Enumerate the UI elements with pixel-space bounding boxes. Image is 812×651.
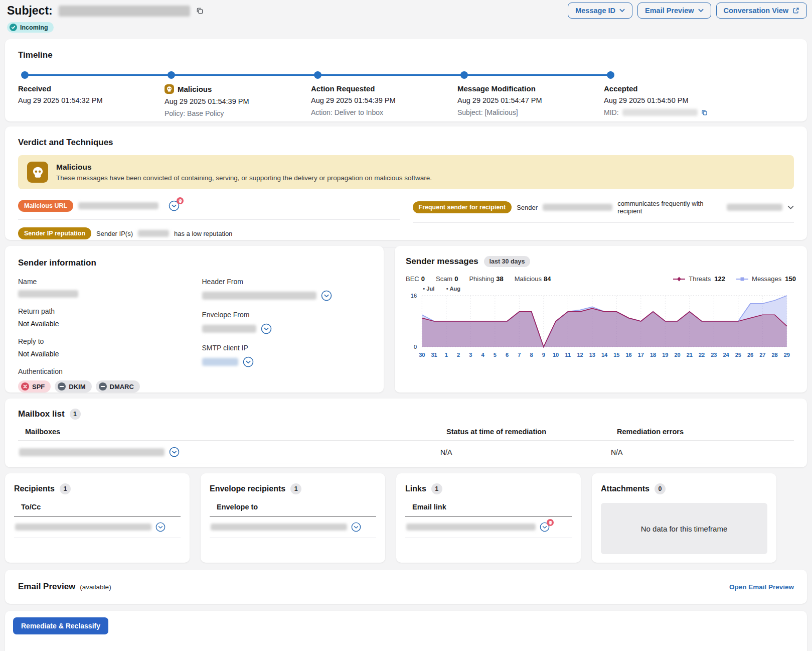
link-row [405,516,572,538]
x-axis-tick: 20 [674,352,680,358]
redacted-envelope-recipient [211,524,347,531]
expand-smtp-ip-button[interactable] [243,356,254,367]
recipients-title: Recipients [14,484,55,493]
milestone-action-requested: Action Requested Aug 29 2025 01:54:39 PM… [311,71,457,117]
direction-badge: Incoming [7,22,54,33]
x-axis-tick: 1 [445,352,448,358]
x-axis-tick: 29 [784,352,790,358]
email-preview-button[interactable]: Email Preview [637,3,711,19]
timeframe-badge: last 30 days [484,256,531,267]
x-axis-tick: 4 [481,352,484,358]
x-axis-tick: 2 [457,352,460,358]
milestone-message-modification: Message Modification Aug 29 2025 01:54:4… [457,71,604,117]
timeline-dot [460,71,468,79]
skull-icon [165,84,174,94]
x-axis-tick: 3 [469,352,472,358]
x-axis-tick: 23 [711,352,717,358]
x-axis-tick: 27 [759,352,765,358]
redacted-recipient [15,524,151,531]
x-axis-tick: 9 [542,352,545,358]
x-axis-tick: 11 [565,352,571,358]
attachments-count-badge: 0 [655,483,666,494]
x-axis-tick: 15 [613,352,619,358]
redacted-header-from [202,292,316,300]
copy-subject-button[interactable] [196,7,204,15]
mailbox-list-section: Mailbox list 1 Mailboxes Status at time … [5,399,807,467]
spf-auth-badge: SPF [18,380,51,393]
malicious-skull-badge-icon [547,519,554,526]
x-axis-tick: 28 [771,352,777,358]
x-axis-tick: 7 [518,352,521,358]
timeline-dot [607,71,614,79]
stat-bec: BEC0 [406,275,425,283]
month-marker: • Jul [423,286,434,292]
envelope-recipients-count-badge: 1 [290,483,301,494]
attachments-section: Attachments 0 No data for this timeframe [592,473,776,563]
chevron-down-circle-icon [351,522,361,532]
techniques-right-column: Frequent sender for recipient Sender com… [413,192,794,247]
timeline-section: Timeline Received Aug 29 2025 01:54:32 P… [5,39,807,121]
expand-mailbox-button[interactable] [169,447,180,457]
page-title: Subject: [7,4,53,18]
attachments-empty-state: No data for this timeframe [601,503,767,554]
timeline-track: Received Aug 29 2025 01:54:32 PM Malicio… [18,71,794,117]
envelope-recipients-section: Envelope recipients 1 Envelope to [201,473,385,563]
skull-icon [27,162,48,183]
expand-recipient-button[interactable] [155,522,166,532]
links-section: Links 1 Email link [396,473,581,563]
x-axis-tick: 8 [530,352,533,358]
envelope-to-column-header: Envelope to [210,503,376,516]
check-circle-icon [10,24,17,31]
x-axis-tick: 21 [687,352,693,358]
chevron-down-circle-icon [243,356,254,367]
chevron-down-circle-icon [155,522,166,532]
technique-malicious-url: Malicious URL [18,192,400,220]
attachments-title: Attachments [601,484,649,493]
area-chart: 160• Jul• Aug303112345678910111213141516… [406,284,796,365]
mailbox-table-header: Mailboxes Status at time of remediation … [18,428,794,441]
technique-frequent-sender: Frequent sender for recipient Sender com… [413,192,794,223]
copy-mid-button[interactable] [701,109,708,116]
redacted-ip [138,230,169,237]
reply-to-value: Not Available [18,350,187,358]
x-axis-tick: 26 [747,352,753,358]
redacted-envelope-from [202,325,256,333]
redacted-link-url [406,524,536,531]
fail-x-icon [21,382,29,390]
expand-envelope-from-button[interactable] [261,323,272,334]
x-axis-tick: 18 [650,352,656,358]
chevron-down-circle-icon [321,290,332,301]
remediation-status-value: N/A [440,448,611,456]
external-link-icon [792,7,799,14]
sender-ip-badge: Sender IP reputation [18,227,91,239]
verdict-title: Verdict and Techniques [18,138,794,148]
remediation-errors-value: N/A [611,448,794,456]
footer-action-bar: Remediate & Reclassify [5,611,807,651]
x-axis-tick: 5 [494,352,497,358]
dkim-auth-badge: DKIM [55,380,91,393]
x-axis-tick: 25 [735,352,741,358]
x-axis-tick: 14 [601,352,608,358]
email-preview-title: Email Preview [18,582,75,592]
malicious-skull-badge-icon [177,197,184,204]
recipients-count-badge: 1 [60,483,71,494]
y-axis-max-label: 16 [411,293,417,299]
remediate-reclassify-button[interactable]: Remediate & Reclassify [13,617,108,634]
messages-marker-icon [736,277,748,282]
threat-detail-page: Subject: Incoming Message ID Email Previ… [0,0,812,651]
verdict-description: These messages have been convicted of co… [56,174,432,182]
x-axis-tick: 12 [577,352,583,358]
open-email-preview-link[interactable]: Open Email Preview [729,583,794,591]
timeline-dot [168,71,175,79]
envelope-recipient-row [210,516,376,538]
redacted-url [78,202,158,209]
x-axis-tick: 24 [723,352,729,358]
expand-header-from-button[interactable] [321,290,332,301]
redacted-sender-name [18,290,78,298]
message-id-button[interactable]: Message ID [568,3,632,19]
links-count-badge: 1 [431,483,442,494]
expand-frequent-sender-button[interactable] [787,205,794,210]
expand-envelope-recipient-button[interactable] [351,522,361,532]
redacted-mailbox-email [19,448,165,456]
conversation-view-button[interactable]: Conversation View [716,3,807,19]
